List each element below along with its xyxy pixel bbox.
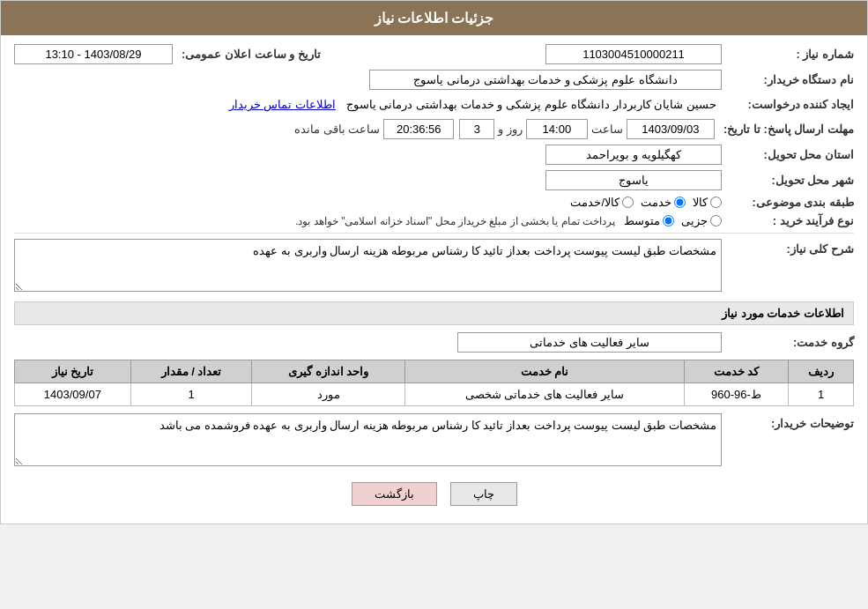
category-radio-khedmat[interactable]	[674, 197, 686, 208]
creator-label: ایجاد کننده درخواست:	[722, 98, 854, 111]
buyer-notes-row: توضیحات خریدار:	[14, 413, 854, 469]
service-group-label: گروه خدمت:	[722, 336, 854, 349]
table-cell-unit: مورد	[252, 383, 405, 406]
city-value: یاسوج	[545, 170, 722, 190]
purchase-type-row: نوع فرآیند خرید : جزیی متوسط پرداخت تمام…	[14, 214, 854, 227]
need-number-row: شماره نیاز : 1103004510000211 تاریخ و سا…	[14, 44, 854, 64]
col-quantity: تعداد / مقدار	[130, 360, 252, 383]
page-header: جزئیات اطلاعات نیاز	[1, 1, 867, 35]
category-label-kala: کالا	[693, 196, 708, 209]
response-time-value: 14:00	[526, 119, 588, 139]
services-table-section: ردیف کد خدمت نام خدمت واحد اندازه گیری ت…	[14, 360, 854, 406]
category-option-khedmat[interactable]: خدمت	[641, 196, 686, 209]
purchase-type-label-jozi: جزیی	[681, 214, 708, 227]
page-title: جزئیات اطلاعات نیاز	[375, 11, 494, 26]
province-value: کهگیلویه و بویراحمد	[545, 145, 722, 165]
province-label: استان محل تحویل:	[722, 148, 854, 161]
purchase-type-radio-jozi[interactable]	[710, 215, 722, 227]
announcement-date-label: تاریخ و ساعت اعلان عمومی:	[173, 48, 321, 61]
purchase-type-label: نوع فرآیند خرید :	[722, 214, 854, 227]
service-group-value: سایر فعالیت های خدماتی	[457, 332, 722, 353]
table-row: 1ط-96-960سایر فعالیت های خدماتی شخصیمورد…	[15, 383, 854, 406]
general-description-row: شرح کلی نیاز:	[14, 239, 854, 294]
announcement-date-value: 1403/08/29 - 13:10	[14, 44, 173, 64]
category-option-kala[interactable]: کالا	[693, 196, 722, 209]
organization-row: نام دستگاه خریدار: دانشگاه علوم پزشکی و …	[14, 70, 854, 90]
buttons-row: چاپ بازگشت	[14, 482, 854, 506]
province-row: استان محل تحویل: کهگیلویه و بویراحمد	[14, 145, 854, 165]
organization-value: دانشگاه علوم پزشکی و خدمات بهداشتی درمان…	[369, 70, 722, 90]
category-label-khedmat: خدمت	[641, 196, 671, 209]
col-code: کد خدمت	[684, 360, 788, 383]
city-row: شهر محل تحویل: یاسوج	[14, 170, 854, 190]
table-cell-code: ط-96-960	[684, 383, 788, 406]
city-label: شهر محل تحویل:	[722, 174, 854, 187]
table-cell-date: 1403/09/07	[15, 383, 131, 406]
response-time-label: ساعت	[591, 123, 623, 136]
response-deadline-row: مهلت ارسال پاسخ: تا تاریخ: 1403/09/03 سا…	[14, 119, 854, 139]
category-radio-kala[interactable]	[710, 197, 722, 208]
buyer-notes-label: توضیحات خریدار:	[722, 413, 854, 430]
category-radio-kala-khedmat[interactable]	[622, 197, 634, 208]
need-number-value: 1103004510000211	[545, 44, 722, 64]
remaining-days-value: 3	[459, 119, 494, 139]
services-table: ردیف کد خدمت نام خدمت واحد اندازه گیری ت…	[14, 360, 854, 406]
table-cell-name: سایر فعالیت های خدماتی شخصی	[405, 383, 685, 406]
general-description-label: شرح کلی نیاز:	[722, 239, 854, 256]
col-unit: واحد اندازه گیری	[252, 360, 405, 383]
category-label: طبقه بندی موضوعی:	[722, 196, 854, 209]
divider-1	[14, 233, 854, 234]
col-date: تاریخ نیاز	[15, 360, 131, 383]
creator-contact-link[interactable]: اطلاعات تماس خریدار	[229, 98, 336, 111]
response-date-value: 1403/09/03	[627, 119, 715, 139]
table-cell-row: 1	[789, 383, 854, 406]
remaining-days-label: روز و	[498, 123, 523, 136]
remaining-time-value: 20:36:56	[383, 119, 454, 139]
category-label-kala-khedmat: کالا/خدمت	[570, 196, 619, 209]
response-deadline-label: مهلت ارسال پاسخ: تا تاریخ:	[715, 123, 854, 136]
purchase-type-label-motawaset: متوسط	[624, 214, 660, 227]
general-description-textarea[interactable]	[14, 239, 722, 292]
creator-row: ایجاد کننده درخواست: حسین شایان کاربردار…	[14, 95, 854, 114]
purchase-type-motawaset[interactable]: متوسط	[624, 214, 674, 227]
creator-value: حسین شایان کاربردار دانشگاه علوم پزشکی و…	[341, 95, 722, 114]
purchase-type-note: پرداخت تمام یا بخشی از مبلغ خریداز محل "…	[295, 215, 615, 227]
need-number-label: شماره نیاز :	[722, 48, 854, 61]
table-cell-quantity: 1	[130, 383, 252, 406]
service-group-row: گروه خدمت: سایر فعالیت های خدماتی	[14, 332, 854, 353]
back-button[interactable]: بازگشت	[352, 482, 437, 506]
col-name: نام خدمت	[405, 360, 685, 383]
buyer-notes-textarea[interactable]	[14, 413, 722, 466]
remaining-time-label: ساعت باقی مانده	[294, 123, 380, 136]
organization-label: نام دستگاه خریدار:	[722, 73, 854, 86]
purchase-type-jozi[interactable]: جزیی	[681, 214, 722, 227]
category-row: طبقه بندی موضوعی: کالا خدمت کالا/خدمت	[14, 196, 854, 209]
col-row: ردیف	[789, 360, 854, 383]
print-button[interactable]: چاپ	[450, 482, 517, 506]
category-option-kala-khedmat[interactable]: کالا/خدمت	[570, 196, 634, 209]
purchase-type-radio-motawaset[interactable]	[663, 215, 674, 227]
service-info-title: اطلاعات خدمات مورد نیاز	[14, 301, 854, 325]
